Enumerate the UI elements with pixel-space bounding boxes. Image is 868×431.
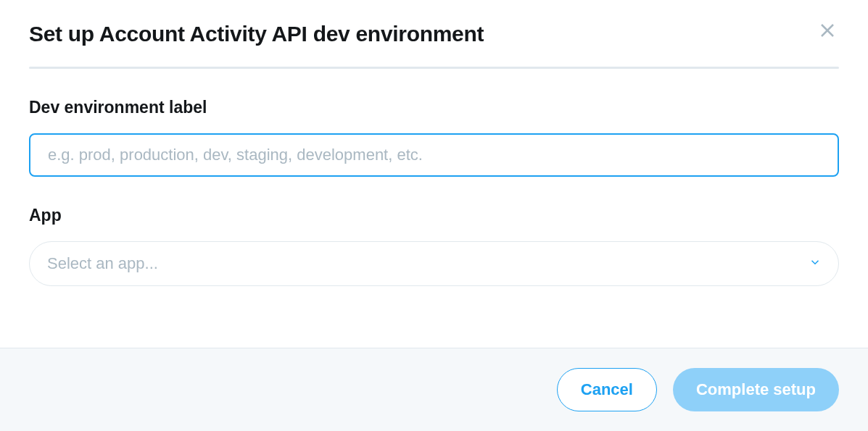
cancel-button[interactable]: Cancel — [557, 368, 657, 411]
app-label: App — [29, 206, 839, 225]
env-label-input[interactable] — [29, 133, 839, 177]
app-select-wrapper: Select an app... — [29, 241, 839, 286]
dialog-title: Set up Account Activity API dev environm… — [29, 22, 484, 46]
header-divider — [29, 67, 839, 69]
app-select-placeholder: Select an app... — [47, 254, 158, 273]
dialog-footer: Cancel Complete setup — [0, 348, 868, 431]
app-select[interactable]: Select an app... — [29, 241, 839, 286]
close-icon[interactable] — [816, 19, 839, 45]
complete-setup-button[interactable]: Complete setup — [673, 368, 839, 411]
setup-dialog: Set up Account Activity API dev environm… — [0, 0, 868, 286]
env-label-section: Dev environment label — [29, 98, 839, 177]
env-label-label: Dev environment label — [29, 98, 839, 117]
dialog-header: Set up Account Activity API dev environm… — [29, 22, 839, 46]
app-section: App Select an app... — [29, 206, 839, 286]
